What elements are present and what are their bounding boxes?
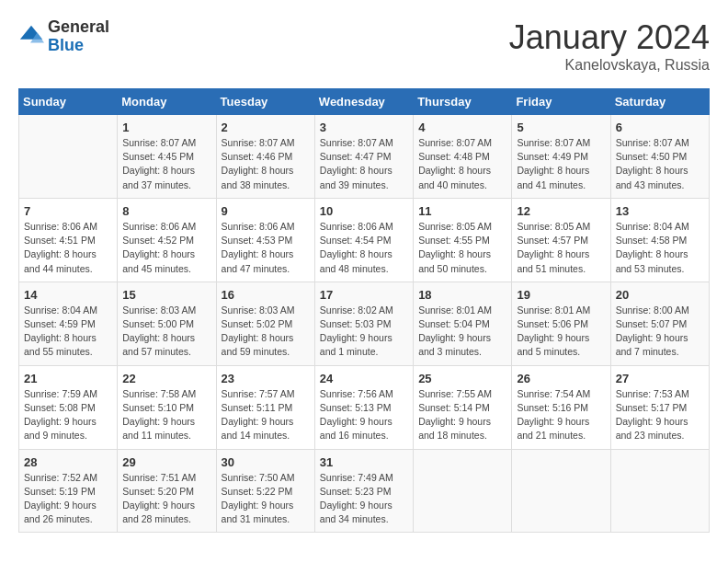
calendar-cell: 9Sunrise: 8:06 AM Sunset: 4:53 PM Daylig… [216, 198, 314, 282]
day-number: 6 [616, 121, 704, 134]
day-number: 16 [222, 288, 310, 302]
month-title: January 2024 [509, 18, 710, 57]
day-info: Sunrise: 7:53 AM Sunset: 5:17 PM Dayligh… [616, 387, 704, 443]
calendar-cell [610, 449, 709, 533]
calendar-cell: 28Sunrise: 7:52 AM Sunset: 5:19 PM Dayli… [19, 449, 118, 533]
day-info: Sunrise: 7:49 AM Sunset: 5:23 PM Dayligh… [320, 471, 408, 527]
day-info: Sunrise: 8:07 AM Sunset: 4:48 PM Dayligh… [418, 136, 506, 192]
calendar-cell: 21Sunrise: 7:59 AM Sunset: 5:08 PM Dayli… [19, 365, 118, 449]
week-row-5: 28Sunrise: 7:52 AM Sunset: 5:19 PM Dayli… [19, 449, 710, 533]
day-info: Sunrise: 7:59 AM Sunset: 5:08 PM Dayligh… [24, 387, 112, 443]
calendar-cell: 18Sunrise: 8:01 AM Sunset: 5:04 PM Dayli… [414, 282, 512, 365]
calendar-cell [19, 115, 118, 199]
day-info: Sunrise: 8:03 AM Sunset: 5:02 PM Dayligh… [222, 304, 310, 360]
day-info: Sunrise: 7:55 AM Sunset: 5:14 PM Dayligh… [418, 387, 506, 443]
calendar-cell: 27Sunrise: 7:53 AM Sunset: 5:17 PM Dayli… [610, 365, 709, 449]
calendar-cell: 16Sunrise: 8:03 AM Sunset: 5:02 PM Dayli… [216, 282, 314, 365]
calendar-table: SundayMondayTuesdayWednesdayThursdayFrid… [18, 88, 710, 533]
header-monday: Monday [118, 89, 216, 115]
day-number: 12 [517, 204, 605, 218]
calendar-cell: 24Sunrise: 7:56 AM Sunset: 5:13 PM Dayli… [314, 365, 413, 449]
day-number: 4 [418, 121, 506, 134]
day-number: 5 [517, 121, 605, 134]
calendar-cell: 19Sunrise: 8:01 AM Sunset: 5:06 PM Dayli… [512, 282, 610, 365]
calendar-cell: 6Sunrise: 8:07 AM Sunset: 4:50 PM Daylig… [610, 115, 709, 199]
day-number: 26 [517, 372, 605, 385]
header-thursday: Thursday [414, 89, 512, 115]
day-number: 23 [222, 372, 310, 385]
calendar-cell: 1Sunrise: 8:07 AM Sunset: 4:45 PM Daylig… [118, 115, 216, 199]
calendar-cell: 13Sunrise: 8:04 AM Sunset: 4:58 PM Dayli… [610, 198, 709, 282]
day-number: 8 [122, 204, 210, 218]
calendar-cell: 22Sunrise: 7:58 AM Sunset: 5:10 PM Dayli… [118, 365, 216, 449]
day-number: 30 [222, 455, 310, 469]
calendar-cell: 15Sunrise: 8:03 AM Sunset: 5:00 PM Dayli… [118, 282, 216, 365]
day-info: Sunrise: 7:52 AM Sunset: 5:19 PM Dayligh… [24, 471, 112, 527]
header-wednesday: Wednesday [314, 89, 413, 115]
day-number: 19 [517, 288, 605, 302]
week-row-4: 21Sunrise: 7:59 AM Sunset: 5:08 PM Dayli… [19, 365, 710, 449]
day-info: Sunrise: 8:05 AM Sunset: 4:55 PM Dayligh… [418, 220, 506, 276]
week-row-1: 1Sunrise: 8:07 AM Sunset: 4:45 PM Daylig… [19, 115, 710, 199]
page-header: General Blue January 2024 Kanelovskaya, … [18, 18, 710, 74]
day-number: 3 [320, 121, 408, 134]
day-number: 17 [320, 288, 408, 302]
day-number: 18 [418, 288, 506, 302]
calendar-cell: 20Sunrise: 8:00 AM Sunset: 5:07 PM Dayli… [610, 282, 709, 365]
day-number: 10 [320, 204, 408, 218]
calendar-cell: 30Sunrise: 7:50 AM Sunset: 5:22 PM Dayli… [216, 449, 314, 533]
calendar-cell: 7Sunrise: 8:06 AM Sunset: 4:51 PM Daylig… [19, 198, 118, 282]
location-subtitle: Kanelovskaya, Russia [509, 57, 710, 74]
day-info: Sunrise: 8:03 AM Sunset: 5:00 PM Dayligh… [122, 304, 210, 360]
day-info: Sunrise: 8:06 AM Sunset: 4:51 PM Dayligh… [24, 220, 112, 276]
logo: General Blue [18, 18, 109, 55]
day-info: Sunrise: 7:50 AM Sunset: 5:22 PM Dayligh… [222, 471, 310, 527]
day-number: 22 [122, 372, 210, 385]
day-number: 25 [418, 372, 506, 385]
calendar-cell: 12Sunrise: 8:05 AM Sunset: 4:57 PM Dayli… [512, 198, 610, 282]
day-info: Sunrise: 8:05 AM Sunset: 4:57 PM Dayligh… [517, 220, 605, 276]
day-number: 29 [122, 455, 210, 469]
calendar-cell: 5Sunrise: 8:07 AM Sunset: 4:49 PM Daylig… [512, 115, 610, 199]
calendar-cell: 17Sunrise: 8:02 AM Sunset: 5:03 PM Dayli… [314, 282, 413, 365]
day-info: Sunrise: 8:07 AM Sunset: 4:49 PM Dayligh… [517, 136, 605, 192]
calendar-cell: 2Sunrise: 8:07 AM Sunset: 4:46 PM Daylig… [216, 115, 314, 199]
day-info: Sunrise: 8:04 AM Sunset: 4:59 PM Dayligh… [24, 304, 112, 360]
day-number: 2 [222, 121, 310, 134]
day-info: Sunrise: 7:57 AM Sunset: 5:11 PM Dayligh… [222, 387, 310, 443]
calendar-cell: 11Sunrise: 8:05 AM Sunset: 4:55 PM Dayli… [414, 198, 512, 282]
logo-text: General Blue [48, 18, 109, 55]
week-row-3: 14Sunrise: 8:04 AM Sunset: 4:59 PM Dayli… [19, 282, 710, 365]
header-row: SundayMondayTuesdayWednesdayThursdayFrid… [19, 89, 710, 115]
day-info: Sunrise: 7:54 AM Sunset: 5:16 PM Dayligh… [517, 387, 605, 443]
day-number: 7 [24, 204, 112, 218]
calendar-cell: 29Sunrise: 7:51 AM Sunset: 5:20 PM Dayli… [118, 449, 216, 533]
day-info: Sunrise: 8:06 AM Sunset: 4:54 PM Dayligh… [320, 220, 408, 276]
week-row-2: 7Sunrise: 8:06 AM Sunset: 4:51 PM Daylig… [19, 198, 710, 282]
day-number: 28 [24, 455, 112, 469]
day-number: 15 [122, 288, 210, 302]
calendar-cell: 14Sunrise: 8:04 AM Sunset: 4:59 PM Dayli… [19, 282, 118, 365]
day-number: 13 [616, 204, 704, 218]
day-info: Sunrise: 8:00 AM Sunset: 5:07 PM Dayligh… [616, 304, 704, 360]
calendar-cell: 8Sunrise: 8:06 AM Sunset: 4:52 PM Daylig… [118, 198, 216, 282]
day-number: 20 [616, 288, 704, 302]
day-info: Sunrise: 7:58 AM Sunset: 5:10 PM Dayligh… [122, 387, 210, 443]
day-info: Sunrise: 8:01 AM Sunset: 5:04 PM Dayligh… [418, 304, 506, 360]
day-info: Sunrise: 8:06 AM Sunset: 4:53 PM Dayligh… [222, 220, 310, 276]
title-block: January 2024 Kanelovskaya, Russia [509, 18, 710, 74]
calendar-cell: 31Sunrise: 7:49 AM Sunset: 5:23 PM Dayli… [314, 449, 413, 533]
calendar-cell [414, 449, 512, 533]
header-tuesday: Tuesday [216, 89, 314, 115]
header-saturday: Saturday [610, 89, 709, 115]
calendar-cell: 4Sunrise: 8:07 AM Sunset: 4:48 PM Daylig… [414, 115, 512, 199]
day-info: Sunrise: 8:06 AM Sunset: 4:52 PM Dayligh… [122, 220, 210, 276]
day-number: 31 [320, 455, 408, 469]
day-info: Sunrise: 7:51 AM Sunset: 5:20 PM Dayligh… [122, 471, 210, 527]
day-info: Sunrise: 8:02 AM Sunset: 5:03 PM Dayligh… [320, 304, 408, 360]
calendar-cell: 23Sunrise: 7:57 AM Sunset: 5:11 PM Dayli… [216, 365, 314, 449]
day-number: 27 [616, 372, 704, 385]
day-info: Sunrise: 8:04 AM Sunset: 4:58 PM Dayligh… [616, 220, 704, 276]
day-info: Sunrise: 8:07 AM Sunset: 4:45 PM Dayligh… [122, 136, 210, 192]
day-info: Sunrise: 8:07 AM Sunset: 4:46 PM Dayligh… [222, 136, 310, 192]
